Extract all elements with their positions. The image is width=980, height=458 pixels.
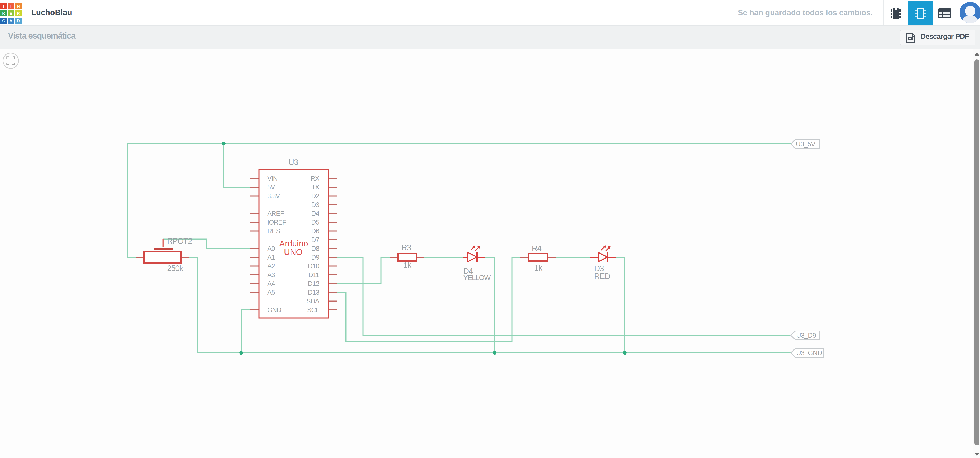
svg-text:A1: A1 — [267, 254, 275, 261]
svg-text:D3: D3 — [594, 264, 604, 273]
svg-text:1k: 1k — [534, 263, 542, 272]
svg-text:RPOT2: RPOT2 — [167, 237, 192, 246]
svg-text:D11: D11 — [308, 271, 319, 279]
svg-text:RX: RX — [310, 175, 319, 182]
svg-text:A3: A3 — [267, 271, 275, 279]
svg-text:SDA: SDA — [306, 298, 319, 305]
svg-text:D2: D2 — [311, 192, 319, 200]
svg-text:R3: R3 — [401, 243, 411, 252]
svg-text:D9: D9 — [311, 254, 319, 261]
svg-text:U3_D9: U3_D9 — [796, 331, 816, 339]
svg-text:D6: D6 — [311, 227, 319, 235]
svg-text:IOREF: IOREF — [267, 219, 286, 226]
svg-text:5V: 5V — [267, 184, 275, 191]
svg-text:TX: TX — [311, 184, 319, 191]
svg-text:250k: 250k — [167, 264, 184, 273]
svg-text:UNO: UNO — [284, 247, 303, 257]
svg-text:3.3V: 3.3V — [267, 192, 280, 200]
svg-text:D4: D4 — [311, 210, 319, 217]
svg-text:U3_5V: U3_5V — [796, 140, 816, 148]
svg-text:RED: RED — [594, 272, 610, 281]
svg-text:U3_GND: U3_GND — [796, 349, 822, 357]
svg-text:Arduino: Arduino — [279, 239, 308, 248]
svg-text:D5: D5 — [311, 219, 319, 226]
svg-text:D7: D7 — [311, 236, 319, 244]
svg-text:SCL: SCL — [307, 306, 319, 314]
svg-text:VIN: VIN — [267, 175, 278, 182]
svg-text:U3: U3 — [288, 158, 298, 167]
svg-text:R4: R4 — [532, 244, 542, 253]
svg-text:AREF: AREF — [267, 210, 284, 217]
svg-text:D3: D3 — [311, 201, 319, 208]
svg-text:A5: A5 — [267, 289, 275, 296]
svg-text:D13: D13 — [308, 289, 319, 296]
svg-text:YELLOW: YELLOW — [463, 274, 491, 282]
svg-text:1k: 1k — [403, 261, 412, 269]
svg-text:A0: A0 — [267, 245, 275, 252]
svg-text:RES: RES — [267, 227, 280, 235]
svg-text:D10: D10 — [308, 263, 319, 270]
svg-text:D8: D8 — [311, 245, 319, 252]
svg-text:A4: A4 — [267, 280, 275, 287]
svg-text:A2: A2 — [267, 263, 275, 270]
svg-text:GND: GND — [267, 306, 281, 314]
svg-text:D12: D12 — [308, 280, 319, 287]
